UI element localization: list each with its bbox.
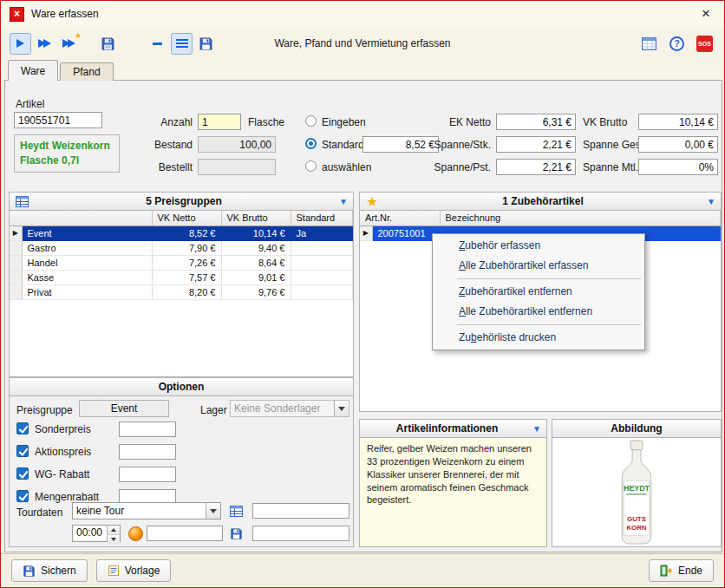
next-record-button[interactable]: [10, 33, 31, 55]
price-row-gastro[interactable]: Gastro 7,90 € 9,40 €: [10, 240, 353, 255]
sonderpreis-checkbox[interactable]: [16, 422, 29, 434]
tour-save-button[interactable]: [226, 525, 245, 542]
price-groups-panel: 5 Preisgruppen ▼ VK Netto VK Brutto Stan…: [9, 192, 354, 377]
ende-button[interactable]: Ende: [649, 559, 714, 582]
zeit-info-field[interactable]: [147, 526, 223, 541]
preisgruppe-label: Preisgruppe: [16, 404, 73, 416]
tour-table-button[interactable]: [226, 502, 245, 519]
table-icon: [230, 506, 243, 517]
radio-auswaehlen-label: auswählen: [322, 161, 371, 173]
wg-rabatt-checkbox[interactable]: [16, 467, 29, 480]
spanne-ges-field[interactable]: [638, 136, 718, 153]
zeit-refresh-button[interactable]: [126, 525, 145, 542]
col-header-standard[interactable]: Standard: [291, 211, 353, 225]
row-pointer-icon: ▶: [10, 225, 22, 240]
tab-ware[interactable]: Ware: [8, 60, 58, 81]
price-row-handel[interactable]: Handel 7,26 € 8,64 €: [10, 255, 353, 270]
save-icon: [199, 36, 213, 51]
spanne-pst-field[interactable]: [496, 159, 576, 175]
tour-info-field[interactable]: [252, 503, 349, 519]
exit-door-icon: [660, 565, 673, 577]
zeit-info-field-2[interactable]: [252, 526, 349, 541]
menu-item-zubehoer-erfassen[interactable]: Zubehör erfassen: [433, 236, 644, 256]
menu-item-alle-zubehoer-erfassen[interactable]: Alle Zubehörartikel erfassen: [433, 256, 644, 276]
artikelnummer-input[interactable]: [14, 112, 102, 128]
radio-auswaehlen[interactable]: [305, 160, 317, 172]
save-icon: [101, 36, 115, 51]
collapse-chevron-icon[interactable]: ▼: [532, 424, 541, 434]
svg-text:GUTS: GUTS: [627, 515, 646, 523]
radio-eingeben[interactable]: [305, 115, 317, 127]
menu-separator: [457, 324, 641, 325]
col-header-name[interactable]: [10, 211, 152, 225]
save-view-button[interactable]: [195, 33, 217, 55]
radio-standard-label: Standard: [322, 139, 364, 151]
article-info-panel: Artikelinformationen ▼ Reifer, gelber We…: [359, 419, 547, 547]
collapse-chevron-icon[interactable]: ▼: [707, 197, 715, 206]
anzahl-input[interactable]: [198, 114, 241, 130]
svg-text:HEYDT: HEYDT: [624, 484, 650, 493]
collapse-view-button[interactable]: [147, 33, 168, 55]
sos-button[interactable]: SOS: [694, 33, 715, 55]
price-row-kasse[interactable]: Kasse 7,57 € 9,01 €: [10, 270, 353, 284]
fast-forward-button[interactable]: [34, 33, 56, 55]
spanne-stk-label: Spanne/Stk.: [413, 139, 491, 151]
bottle-image: HEYDT GUTS KORN: [609, 440, 664, 546]
tab-pfand[interactable]: Pfand: [60, 62, 113, 81]
sonderpreis-input[interactable]: [119, 421, 176, 437]
accessories-star-icon: ★: [365, 195, 379, 208]
toolbar-save-button[interactable]: [97, 33, 119, 55]
spanne-stk-field[interactable]: [496, 136, 576, 153]
spanne-mtl-field[interactable]: [638, 159, 718, 175]
zeit-spinner[interactable]: 00:00: [72, 525, 121, 542]
menu-item-zubehoer-entfernen[interactable]: Zubehörartikel entfernen: [433, 282, 644, 302]
spanne-pst-label: Spanne/Pst.: [413, 161, 491, 173]
col-header-artnr[interactable]: Art.Nr.: [360, 211, 440, 225]
vorlage-button[interactable]: Vorlage: [96, 559, 172, 582]
price-row-event[interactable]: ▶ Event 8,52 € 10,14 € Ja: [10, 225, 353, 240]
vk-brutto-field[interactable]: [638, 114, 718, 130]
play-icon: [16, 39, 24, 48]
row-pointer-icon: ▶: [360, 225, 372, 240]
accessories-header: ★ 1 Zubehörartikel ▼: [360, 193, 721, 211]
price-row-privat[interactable]: Privat 8,20 € 9,76 €: [10, 284, 353, 299]
col-header-vk-brutto[interactable]: VK Brutto: [221, 211, 291, 225]
chevron-down-icon: [206, 503, 220, 519]
collapse-chevron-icon[interactable]: ▼: [339, 197, 348, 206]
list-view-button[interactable]: [171, 33, 193, 55]
col-header-bezeichnung[interactable]: Bezeichnung: [440, 211, 720, 225]
tour-combo[interactable]: keine Tour: [72, 502, 221, 519]
tabstrip: Ware Pfand: [8, 60, 114, 81]
mengenrabatt-label: Mengenrabatt: [35, 491, 99, 503]
minimize-icon: [153, 42, 162, 45]
article-name-display: Heydt Weizenkorn Flasche 0,7l: [14, 134, 120, 173]
calendar-button[interactable]: [638, 33, 660, 55]
window-title: Ware erfassen: [31, 8, 99, 20]
aktionspreis-input[interactable]: [119, 444, 176, 460]
new-star-icon: ★: [75, 31, 82, 40]
close-icon[interactable]: ×: [696, 5, 715, 23]
list-icon: [176, 37, 188, 49]
bestand-field: [198, 136, 276, 153]
sichern-button[interactable]: Sichern: [11, 559, 88, 582]
options-title: Optionen: [15, 381, 348, 393]
lager-combo: Keine Sonderlager: [230, 400, 349, 417]
preisgruppe-value-field[interactable]: Event: [79, 400, 169, 417]
aktionspreis-checkbox[interactable]: [16, 445, 29, 457]
menu-item-zubehoerliste-drucken[interactable]: Zubehörliste drucken: [433, 328, 644, 348]
footer: Sichern Vorlage Ende: [1, 553, 724, 587]
new-record-button[interactable]: ★: [58, 33, 80, 55]
spin-up-icon[interactable]: [108, 526, 120, 535]
mengenrabatt-checkbox[interactable]: [16, 490, 29, 502]
col-header-vk-netto[interactable]: VK Netto: [152, 211, 221, 225]
help-button[interactable]: ?: [666, 33, 688, 55]
wg-rabatt-input[interactable]: [119, 467, 176, 482]
radio-eingeben-label: Eingeben: [322, 116, 366, 128]
menu-item-alle-zubehoer-entfernen[interactable]: Alle Zubehörartikel entfernen: [433, 302, 644, 322]
radio-standard[interactable]: [305, 138, 317, 149]
article-info-title: Artikelinformationen: [365, 422, 529, 434]
bestellt-field: [198, 159, 276, 175]
spin-down-icon[interactable]: [108, 535, 120, 544]
ek-netto-field[interactable]: [496, 114, 576, 130]
context-menu: Zubehör erfassen Alle Zubehörartikel erf…: [432, 233, 645, 350]
